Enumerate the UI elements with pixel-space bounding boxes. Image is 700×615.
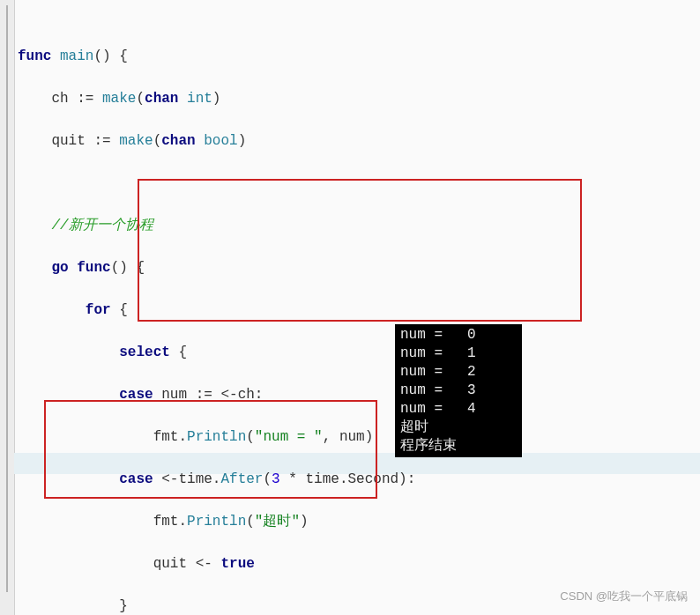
code-line: ch := make(chan int) [14, 88, 700, 109]
blank-line [14, 173, 700, 194]
terminal-line: num = 2 [400, 363, 517, 382]
gutter [0, 0, 15, 615]
terminal-line: num = 0 [400, 326, 517, 345]
code-line: case num := <-ch: [14, 384, 700, 405]
terminal-line: num = 4 [400, 400, 517, 419]
code-line: for { [14, 300, 700, 321]
watermark: CSDN @吃我一个平底锅 [560, 589, 688, 604]
code-line: case <-time.After(3 * time.Second): [14, 469, 700, 490]
code-line: quit := make(chan bool) [14, 130, 700, 152]
code-line: fmt.Println("超时") [14, 511, 700, 532]
code-area: func main() { ch := make(chan int) quit … [14, 4, 700, 615]
code-line: //新开一个协程 [14, 215, 700, 236]
terminal-line: 程序结束 [400, 437, 517, 456]
code-line: go func() { [14, 257, 700, 278]
terminal-line: num = 3 [400, 382, 517, 400]
code-line: quit <- true [14, 553, 700, 574]
code-editor: func main() { ch := make(chan int) quit … [0, 0, 700, 615]
code-line: fmt.Println("num = ", num) [14, 426, 700, 448]
terminal-output: num = 0 num = 1 num = 2 num = 3 num = 4 … [395, 324, 522, 457]
code-line: func main() { [14, 46, 700, 67]
terminal-line: 超时 [400, 419, 517, 437]
code-line: select { [14, 342, 700, 363]
terminal-line: num = 1 [400, 345, 517, 363]
